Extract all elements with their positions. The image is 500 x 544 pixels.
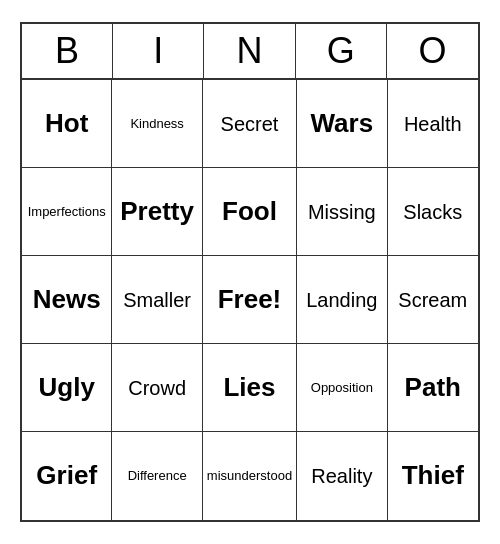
bingo-cell[interactable]: Health xyxy=(388,80,478,168)
bingo-cell[interactable]: Lies xyxy=(203,344,297,432)
bingo-cell[interactable]: Slacks xyxy=(388,168,478,256)
bingo-cell[interactable]: Free! xyxy=(203,256,297,344)
header-letter-i: I xyxy=(113,24,204,78)
bingo-cell[interactable]: Scream xyxy=(388,256,478,344)
cell-text: Free! xyxy=(218,284,282,315)
cell-text: Grief xyxy=(36,460,97,491)
bingo-cell[interactable]: Crowd xyxy=(112,344,202,432)
bingo-cell[interactable]: Opposition xyxy=(297,344,387,432)
cell-text: misunderstood xyxy=(207,468,292,484)
bingo-cell[interactable]: Path xyxy=(388,344,478,432)
cell-text: Thief xyxy=(402,460,464,491)
bingo-cell[interactable]: Thief xyxy=(388,432,478,520)
bingo-cell[interactable]: Imperfections xyxy=(22,168,112,256)
bingo-cell[interactable]: misunderstood xyxy=(203,432,297,520)
bingo-cell[interactable]: Difference xyxy=(112,432,202,520)
cell-text: Kindness xyxy=(130,116,183,132)
bingo-cell[interactable]: Smaller xyxy=(112,256,202,344)
bingo-cell[interactable]: Ugly xyxy=(22,344,112,432)
cell-text: Landing xyxy=(306,288,377,312)
cell-text: Slacks xyxy=(403,200,462,224)
header-letter-n: N xyxy=(204,24,295,78)
bingo-cell[interactable]: Pretty xyxy=(112,168,202,256)
cell-text: Crowd xyxy=(128,376,186,400)
bingo-cell[interactable]: News xyxy=(22,256,112,344)
bingo-card: BINGO HotKindnessSecretWarsHealthImperfe… xyxy=(20,22,480,522)
cell-text: Pretty xyxy=(120,196,194,227)
cell-text: Hot xyxy=(45,108,88,139)
cell-text: Wars xyxy=(311,108,374,139)
bingo-cell[interactable]: Grief xyxy=(22,432,112,520)
cell-text: Fool xyxy=(222,196,277,227)
bingo-cell[interactable]: Landing xyxy=(297,256,387,344)
cell-text: Opposition xyxy=(311,380,373,396)
bingo-grid: HotKindnessSecretWarsHealthImperfections… xyxy=(22,80,478,520)
header-letter-o: O xyxy=(387,24,478,78)
cell-text: Ugly xyxy=(39,372,95,403)
header-letter-b: B xyxy=(22,24,113,78)
cell-text: Health xyxy=(404,112,462,136)
bingo-cell[interactable]: Hot xyxy=(22,80,112,168)
cell-text: Lies xyxy=(223,372,275,403)
cell-text: Scream xyxy=(398,288,467,312)
cell-text: Secret xyxy=(221,112,279,136)
bingo-header: BINGO xyxy=(22,24,478,80)
bingo-cell[interactable]: Secret xyxy=(203,80,297,168)
cell-text: Imperfections xyxy=(28,204,106,220)
bingo-cell[interactable]: Missing xyxy=(297,168,387,256)
cell-text: Reality xyxy=(311,464,372,488)
bingo-cell[interactable]: Reality xyxy=(297,432,387,520)
cell-text: Difference xyxy=(128,468,187,484)
cell-text: Path xyxy=(405,372,461,403)
cell-text: News xyxy=(33,284,101,315)
cell-text: Smaller xyxy=(123,288,191,312)
cell-text: Missing xyxy=(308,200,376,224)
bingo-cell[interactable]: Kindness xyxy=(112,80,202,168)
bingo-cell[interactable]: Wars xyxy=(297,80,387,168)
header-letter-g: G xyxy=(296,24,387,78)
bingo-cell[interactable]: Fool xyxy=(203,168,297,256)
